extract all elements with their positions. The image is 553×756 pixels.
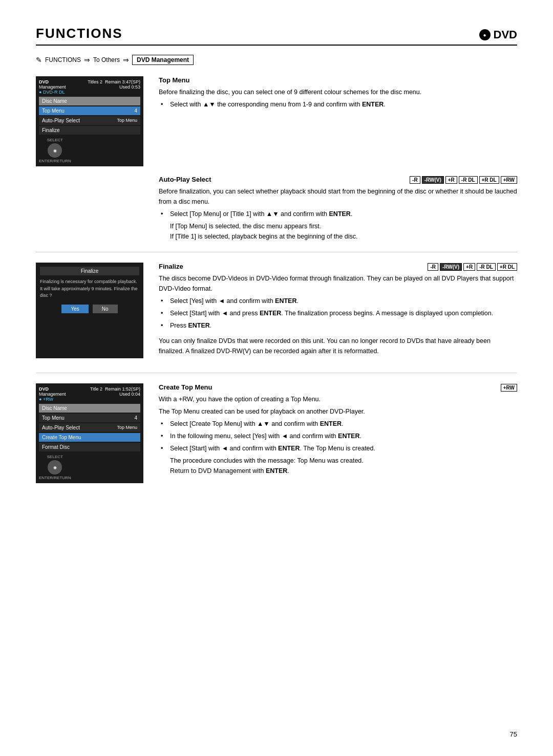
create-body1: With a +RW, you have the option of creat… xyxy=(159,394,517,404)
body-finalize: The discs become DVD-Videos in DVD-Video… xyxy=(159,273,517,356)
badge-r-dl: -R DL xyxy=(459,176,478,184)
page-number: 75 xyxy=(510,730,517,738)
screen-create-format-disc[interactable]: Format Disc xyxy=(39,443,140,451)
badge-f-rwv: -RW(V) xyxy=(440,263,462,271)
body-top-menu: Before finalizing the disc, you can sele… xyxy=(159,87,517,110)
heading-top-menu: Top Menu xyxy=(159,76,517,84)
top-menu-bullet1: • Select with ▲▼ the corresponding menu … xyxy=(159,99,517,110)
screen-right-info2: Title 2 Remain 1:52(SP) Used 0:04 xyxy=(90,386,140,397)
content-finalize: Finalize -R -RW(V) +R -R DL +R DL The di… xyxy=(159,263,517,358)
finalize-yes-button[interactable]: Yes xyxy=(61,305,88,313)
autoplay-indent2: If [Title 1] is selected, playback begin… xyxy=(159,231,517,242)
breadcrumb-dvd-management: DVD Management xyxy=(132,55,194,65)
dvd-label: DVD xyxy=(494,28,517,41)
finalize-body2: You can only finalize DVDs that were rec… xyxy=(159,336,517,356)
screen-mgmt-label: Management xyxy=(39,84,66,90)
screen-dvd-label2: DVD xyxy=(39,386,66,392)
finalize-body1: The discs become DVD-Videos in DVD-Video… xyxy=(159,273,517,294)
screen-create-top-menu[interactable]: Top Menu4 xyxy=(39,414,140,422)
badge-f-plus-r: +R xyxy=(463,263,475,271)
create-bullet3: • Select [Start] with ◄ and confirm with… xyxy=(159,443,517,453)
screen-mockup-finalize: Finalize Finalizing is necessary for com… xyxy=(36,263,143,358)
bullet-dot: • xyxy=(161,209,167,219)
breadcrumb: ✎ FUNCTIONS ⇒ To Others ⇒ DVD Management xyxy=(36,55,517,65)
breadcrumb-to-others: To Others xyxy=(93,56,120,63)
bullet-text: In the following menu, select [Yes] with… xyxy=(170,431,361,441)
finalize-buttons-row: Yes No xyxy=(40,305,139,313)
bullet-dot: • xyxy=(161,443,167,453)
heading-autoplay: Auto-Play Select -R -RW(V) +R -R DL +R D… xyxy=(159,176,517,183)
screen-menu-disc-name: Disc Name xyxy=(39,97,140,105)
heading-finalize: Finalize -R -RW(V) +R -R DL +R DL xyxy=(159,263,517,270)
create-bullet1: • Select [Create Top Menu] with ▲▼ and c… xyxy=(159,419,517,429)
bullet-text: Select [Top Menu] or [Title 1] with ▲▼ a… xyxy=(170,209,352,219)
badge-r: -R xyxy=(410,176,420,184)
top-menu-body1: Before finalizing the disc, you can sele… xyxy=(159,87,517,97)
finalize-bullet2: • Select [Start] with ◄ and press ENTER.… xyxy=(159,308,517,318)
screen-menu-finalize[interactable]: Finalize xyxy=(39,126,140,135)
screen-disc-label: ● DVD-R DL xyxy=(39,90,66,95)
screen-right-info: Titles 2 Remain 3:47(SP) Used 0:53 xyxy=(88,79,140,90)
create-indent1: The procedure concludes with the message… xyxy=(159,456,517,466)
content-create-top-menu: Create Top Menu +RW With a +RW, you have… xyxy=(159,383,517,483)
dvd-circle-icon: ● xyxy=(479,29,491,40)
bullet-dot: • xyxy=(161,308,167,318)
heading-create: Create Top Menu +RW xyxy=(159,383,517,391)
dvd-badge: ● DVD xyxy=(479,28,517,41)
section-create-top-menu: DVD Management ● +RW Title 2 Remain 1:52… xyxy=(36,383,517,483)
screen-menu-top-menu[interactable]: Top Menu4 xyxy=(39,106,140,115)
screen-create-autoplay[interactable]: Auto-Play SelectTop Menu xyxy=(39,423,140,432)
screen-menu-autoplay[interactable]: Auto-Play SelectTop Menu xyxy=(39,116,140,125)
badge-row-finalize: -R -RW(V) +R -R DL +R DL xyxy=(428,263,517,271)
bullet-text: Press ENTER. xyxy=(170,320,211,331)
screen-footer: SELECT ◉ ENTER/RETURN xyxy=(39,138,140,163)
breadcrumb-functions: FUNCTIONS xyxy=(45,56,81,63)
bullet-dot: • xyxy=(161,296,167,306)
page-header: FUNCTIONS ● DVD xyxy=(36,26,517,46)
divider1 xyxy=(36,252,517,252)
screen-mockup-top-menu: DVD Management ● DVD-R DL Titles 2 Remai… xyxy=(36,76,143,166)
finalize-bullet3: • Press ENTER. xyxy=(159,320,517,331)
screen-mockup-create: DVD Management ● +RW Title 2 Remain 1:52… xyxy=(36,383,143,483)
bullet-text: Select with ▲▼ the corresponding menu fr… xyxy=(170,99,386,110)
screen-create-disc-name: Disc Name xyxy=(39,404,140,413)
badge-row-create: +RW xyxy=(501,384,517,392)
screen-nav-icon2: ◉ xyxy=(48,460,62,474)
bullet-text: Select [Yes] with ◄ and confirm with ENT… xyxy=(170,296,299,306)
badge-f-plus-r-dl: +R DL xyxy=(497,263,517,271)
content-top-menu: Top Menu Before finalizing the disc, you… xyxy=(159,76,517,166)
bullet-dot: • xyxy=(161,320,167,331)
breadcrumb-arrow2: ⇒ xyxy=(123,56,129,64)
finalize-no-button[interactable]: No xyxy=(93,305,118,313)
badge-f-r: -R xyxy=(428,263,438,271)
finalize-body-text: Finalizing is necessary for compatible p… xyxy=(40,278,139,299)
bullet-dot: • xyxy=(161,419,167,429)
badge-f-r-dl: -R DL xyxy=(477,263,496,271)
breadcrumb-arrow1: ⇒ xyxy=(84,56,90,64)
badge-rwv: -RW(V) xyxy=(422,176,444,184)
bullet-dot: • xyxy=(161,99,167,110)
section-finalize: Finalize Finalizing is necessary for com… xyxy=(36,263,517,358)
screen-nav-icon: ◉ xyxy=(48,143,62,158)
screen-mgmt-label2: Management xyxy=(39,392,66,397)
finalize-title-bar: Finalize xyxy=(40,267,139,275)
section-top-menu: DVD Management ● DVD-R DL Titles 2 Remai… xyxy=(36,76,517,166)
body-autoplay: Before finalization, you can select whet… xyxy=(159,186,517,242)
bullet-dot: • xyxy=(161,431,167,441)
bullet-text: Select [Start] with ◄ and confirm with E… xyxy=(170,443,375,453)
screen-create-create-top-menu[interactable]: Create Top Menu xyxy=(39,433,140,442)
create-indent2: Return to DVD Management with ENTER. xyxy=(159,466,517,476)
autoplay-body1: Before finalization, you can select whet… xyxy=(159,186,517,207)
autoplay-bullet1: • Select [Top Menu] or [Title 1] with ▲▼… xyxy=(159,209,517,219)
finalize-bullet1: • Select [Yes] with ◄ and confirm with E… xyxy=(159,296,517,306)
badge-plus-rw: +RW xyxy=(501,176,517,184)
screen-disc-label2: ● +RW xyxy=(39,397,66,402)
breadcrumb-pencil-icon: ✎ xyxy=(36,56,42,64)
badge-plus-r: +R xyxy=(445,176,457,184)
page-title: FUNCTIONS xyxy=(36,26,123,41)
create-body2: The Top Menu created can be used for pla… xyxy=(159,406,517,417)
create-bullet2: • In the following menu, select [Yes] wi… xyxy=(159,431,517,441)
autoplay-indent1: If [Top Menu] is selected, the disc menu… xyxy=(159,221,517,231)
badge-c-plus-rw: +RW xyxy=(501,384,517,392)
bullet-text: Select [Start] with ◄ and press ENTER. T… xyxy=(170,308,493,318)
